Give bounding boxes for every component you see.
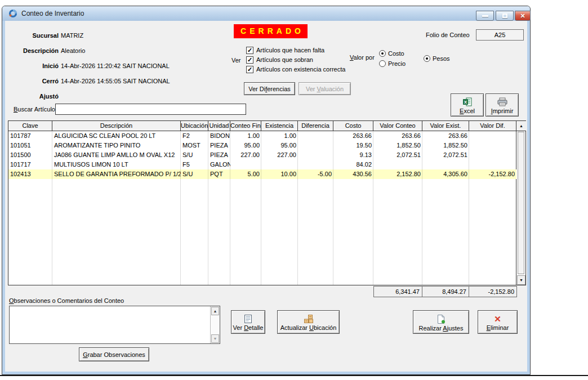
imprimir-button[interactable]: Imprimir	[485, 93, 519, 117]
excel-icon: X	[463, 97, 472, 106]
cell-clave: 101051	[8, 141, 52, 150]
total-valor-exist: 8,494.27	[422, 286, 469, 297]
field-label-cerro: Cerró	[5, 78, 59, 84]
field-label-ajusto: Ajustó	[5, 93, 59, 100]
ver-diferencias-button[interactable]: Ver Diferencias	[244, 82, 295, 95]
column-header-valor_exist[interactable]: Valor Exist.	[422, 121, 469, 131]
column-header-existencia[interactable]: Existencia	[261, 121, 298, 131]
vertical-scrollbar[interactable]: ▼	[516, 131, 525, 285]
realizar-ajustes-button[interactable]: Realizar Ajustes	[413, 310, 469, 334]
observaciones-label: Observaciones o Comentarios del Conteo	[9, 297, 124, 304]
inventory-table: ClaveDescripciónUbicaciónUnidadConteo Fi…	[8, 120, 526, 285]
cell-valor_conteo: 2,072.51	[373, 150, 422, 160]
close-icon: ✕	[520, 13, 525, 19]
field-label-descripcion: Descripción	[5, 47, 59, 54]
scroll-down-icon[interactable]: ▼	[517, 275, 525, 285]
app-icon	[8, 9, 17, 18]
maximize-button[interactable]	[496, 11, 514, 21]
cell-valor_exist: 263.66	[422, 131, 469, 141]
column-header-diferencia[interactable]: Diferencia	[298, 121, 333, 131]
table-row[interactable]: 102413SELLO DE GARANTIA PREFORMADO P/ 1/…	[8, 169, 516, 179]
cell-clave: 101717	[8, 160, 52, 169]
column-header-clave[interactable]: Clave	[8, 121, 52, 131]
cell-valor_dif: -2,152.80	[469, 169, 516, 179]
table-row[interactable]: 101051AROMATIZANTE TIPO PINITOMOSTPIEZA9…	[8, 141, 516, 150]
checkbox-sobrantes[interactable]: ✓	[246, 56, 253, 64]
buscar-articulo-input[interactable]	[55, 104, 246, 115]
actualizar-ubicacion-button[interactable]: Actualizar Ubicación	[277, 310, 340, 334]
cell-unidad: PQT	[208, 169, 230, 179]
field-value-inicio: 14-Abr-2026 11:20:42 SAIT NACIONAL	[61, 62, 170, 69]
eliminar-button[interactable]: ✕ Eliminar	[478, 310, 518, 334]
minimize-button[interactable]	[476, 11, 494, 21]
window: Conteo de Inventario ✕ Sucursal MATRIZ D…	[2, 6, 531, 375]
grabar-observaciones-button[interactable]: Grabar Observaciones	[79, 347, 149, 361]
radio-precio[interactable]	[379, 60, 386, 67]
radio-pesos-label: Pesos	[433, 55, 450, 62]
delete-x-icon: ✕	[494, 315, 501, 323]
column-header-ubicacion[interactable]: Ubicación	[181, 121, 208, 131]
checkbox-faltantes[interactable]: ✓	[246, 47, 253, 54]
printer-icon	[497, 97, 507, 106]
radio-costo[interactable]	[379, 50, 386, 57]
cell-valor_conteo: 2,152.80	[373, 169, 422, 179]
titlebar[interactable]: Conteo de Inventario ✕	[2, 6, 530, 21]
status-banner: CERRADO	[234, 24, 308, 38]
ver-detalle-button[interactable]: Ver Detalle	[231, 310, 265, 334]
buscar-articulo-label: Buscar Artículo	[14, 106, 55, 113]
column-header-descripcion[interactable]: Descripción	[52, 121, 181, 131]
document-icon	[244, 315, 252, 323]
column-header-unidad[interactable]: Unidad	[208, 121, 230, 131]
maximize-icon	[502, 14, 507, 18]
column-header-valor_dif[interactable]: Valor Dif.	[469, 121, 516, 131]
column-header-costo[interactable]: Costo	[333, 121, 373, 131]
cell-existencia	[261, 160, 298, 169]
observaciones-scrollbar[interactable]: ▲ ▼	[210, 306, 220, 343]
table-row[interactable]: 101500JA086 GUANTE LIMP AMLLO M OVAL X12…	[8, 150, 516, 160]
column-divider	[422, 131, 422, 285]
column-divider	[52, 131, 52, 285]
excel-button[interactable]: X Excel	[451, 93, 484, 117]
cell-valor_exist	[422, 160, 469, 169]
cell-diferencia	[298, 141, 333, 150]
cell-costo: 9.13	[333, 150, 373, 160]
observaciones-textarea[interactable]: ▲ ▼	[9, 306, 220, 344]
cell-diferencia	[298, 131, 333, 141]
checkbox-correctos-label: Artículos con existencia correcta	[256, 66, 345, 73]
column-header-conteo_final[interactable]: Conteo Final	[230, 121, 261, 131]
cell-valor_dif	[469, 160, 516, 169]
cell-costo: 19.50	[333, 141, 373, 150]
column-header-valor_conteo[interactable]: Valor Conteo	[373, 121, 422, 131]
cell-clave: 101787	[8, 131, 52, 141]
cell-conteo_final: 5.00	[230, 169, 261, 179]
table-row[interactable]: 101787ALGUICIDA SC CLEAN POOL 20 LTF2BID…	[8, 131, 516, 141]
field-label-sucursal: Sucursal	[5, 32, 59, 39]
cell-diferencia	[298, 150, 333, 160]
scrollbar-thumb[interactable]	[518, 132, 524, 274]
cell-descripcion: AROMATIZANTE TIPO PINITO	[52, 141, 181, 150]
radio-pesos[interactable]	[424, 55, 430, 62]
screen-bottom-border	[0, 375, 588, 376]
cell-existencia: 10.00	[261, 169, 298, 179]
checkbox-sobrantes-label: Artículos que sobran	[256, 56, 313, 63]
cell-ubicacion: F5	[181, 160, 208, 169]
client-area: Sucursal MATRIZ Descripción Aleatorio In…	[5, 21, 527, 372]
cell-conteo_final: 1.00	[230, 131, 261, 141]
cell-existencia: 95.00	[261, 141, 298, 150]
cell-existencia: 227.00	[261, 150, 298, 160]
scroll-up-icon[interactable]: ▲	[516, 121, 526, 131]
cell-valor_exist: 4,305.60	[422, 169, 469, 179]
cell-conteo_final: 227.00	[230, 150, 261, 160]
cell-ubicacion: F2	[181, 131, 208, 141]
field-value-sucursal: MATRIZ	[61, 32, 83, 39]
table-row[interactable]: 101717MULTIUSOS LIMON 10 LTF5GALON84.02	[8, 160, 516, 169]
checkbox-faltantes-label: Artículos que hacen falta	[256, 47, 324, 53]
valor-por-label: Valor por	[350, 54, 375, 61]
scroll-down-icon[interactable]: ▼	[211, 334, 219, 343]
close-button[interactable]: ✕	[515, 11, 531, 21]
minimize-icon	[482, 15, 488, 17]
checkbox-correctos[interactable]: ✓	[246, 66, 253, 73]
ver-valuacion-button[interactable]: Ver Valuación	[299, 82, 351, 95]
total-valor-dif: -2,152.80	[469, 286, 517, 297]
scroll-up-icon[interactable]: ▲	[211, 307, 219, 315]
